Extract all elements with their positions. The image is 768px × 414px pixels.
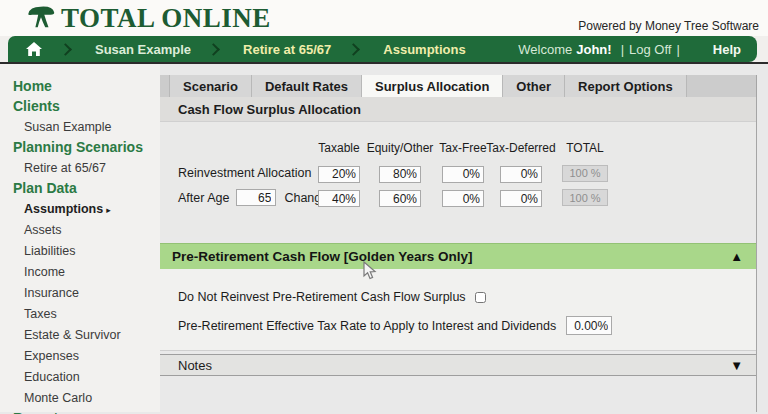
pre-retirement-panel: Do Not Reinvest Pre-Retirement Cash Flow…	[160, 269, 756, 351]
change-tax-deferred-input[interactable]	[500, 190, 542, 207]
column-header-total: TOTAL	[562, 141, 608, 155]
do-not-reinvest-checkbox[interactable]	[475, 292, 486, 303]
tab-scenario[interactable]: Scenario	[169, 75, 252, 97]
after-age-change-row: After Age Change 100 %	[178, 189, 756, 208]
notes-section-header[interactable]: Notes ▼	[160, 354, 756, 376]
help-link[interactable]: Help	[713, 42, 741, 57]
pre-retirement-section-title: Pre-Retirement Cash Flow [Golden Years O…	[172, 249, 730, 264]
reinvestment-allocation-label: Reinvestment Allocation	[178, 166, 318, 180]
change-tax-free-input[interactable]	[442, 190, 484, 207]
submenu-arrow-icon: ▸	[106, 205, 111, 215]
after-age-input[interactable]	[236, 189, 276, 206]
sidebar-item-planning-scenarios[interactable]: Planning Scenarios	[0, 137, 160, 157]
main-content: Scenario Default Rates Surplus Allocatio…	[160, 64, 768, 412]
tab-report-options[interactable]: Report Options	[565, 75, 687, 97]
change-taxable-input[interactable]	[318, 190, 360, 207]
tree-logo-icon	[26, 3, 56, 34]
reinvest-tax-deferred-input[interactable]	[500, 166, 542, 183]
tab-other[interactable]: Other	[503, 75, 565, 97]
do-not-reinvest-row: Do Not Reinvest Pre-Retirement Cash Flow…	[178, 290, 756, 304]
sidebar-item-education[interactable]: Education	[0, 366, 160, 387]
expand-down-icon[interactable]: ▼	[730, 359, 743, 372]
effective-tax-rate-input[interactable]	[566, 316, 612, 335]
sidebar-item-home[interactable]: Home	[0, 76, 160, 96]
separator: |	[621, 42, 624, 57]
effective-tax-rate-label: Pre-Retirement Effective Tax Rate to App…	[178, 319, 556, 333]
reinvest-taxable-input[interactable]	[318, 166, 360, 183]
app-logo: TOTAL ONLINE	[26, 3, 271, 34]
sidebar: Home Clients Susan Example Planning Scen…	[0, 64, 160, 412]
change-total-readout: 100 %	[562, 189, 608, 206]
breadcrumb-client[interactable]: Susan Example	[79, 42, 207, 57]
section-title: Cash Flow Surplus Allocation	[160, 97, 756, 122]
allocation-header-row: Taxable Equity/Other Tax-Free Tax-Deferr…	[178, 141, 756, 155]
reinvestment-allocation-row: Reinvestment Allocation 100 %	[178, 164, 756, 183]
do-not-reinvest-label: Do Not Reinvest Pre-Retirement Cash Flow…	[178, 290, 466, 304]
breadcrumb-page[interactable]: Assumptions	[367, 42, 481, 57]
reinvest-equity-other-input[interactable]	[379, 166, 421, 183]
top-header: TOTAL ONLINE Powered by Money Tree Softw…	[0, 0, 768, 36]
sidebar-item-reports[interactable]: Reports	[0, 408, 160, 414]
column-header-tax-deferred: Tax-Deferred	[500, 141, 542, 155]
allocation-section: Taxable Equity/Other Tax-Free Tax-Deferr…	[160, 122, 756, 237]
column-header-tax-free: Tax-Free	[442, 141, 484, 155]
app-title: TOTAL ONLINE	[61, 5, 271, 32]
sidebar-item-assumptions-label: Assumptions	[24, 202, 103, 216]
sidebar-item-expenses[interactable]: Expenses	[0, 345, 160, 366]
sidebar-item-retire-at-65-67[interactable]: Retire at 65/67	[0, 157, 160, 178]
tab-default-rates[interactable]: Default Rates	[252, 75, 362, 97]
sidebar-item-insurance[interactable]: Insurance	[0, 282, 160, 303]
sidebar-item-monte-carlo[interactable]: Monte Carlo	[0, 387, 160, 408]
reinvest-total-readout: 100 %	[562, 165, 608, 182]
sidebar-item-susan-example[interactable]: Susan Example	[0, 116, 160, 137]
breadcrumb-chevron-icon	[347, 43, 360, 56]
breadcrumb-chevron-icon	[59, 43, 72, 56]
column-header-taxable: Taxable	[318, 141, 360, 155]
home-breadcrumb-button[interactable]	[8, 41, 59, 57]
sidebar-item-taxes[interactable]: Taxes	[0, 303, 160, 324]
sidebar-item-estate-survivor[interactable]: Estate & Survivor	[0, 324, 160, 345]
after-age-label: After Age	[178, 191, 229, 205]
reinvest-tax-free-input[interactable]	[442, 166, 484, 183]
breadcrumb-row: Susan Example Retire at 65/67 Assumption…	[0, 36, 768, 64]
home-icon	[25, 41, 43, 57]
effective-tax-rate-row: Pre-Retirement Effective Tax Rate to App…	[178, 316, 756, 335]
notes-title: Notes	[178, 358, 730, 373]
change-equity-other-input[interactable]	[379, 190, 421, 207]
powered-by-text: Powered by Money Tree Software	[578, 19, 759, 33]
welcome-area: Welcome John! | Log Off | Help	[518, 42, 757, 57]
column-header-equity-other: Equity/Other	[379, 141, 421, 155]
pre-retirement-section-header[interactable]: Pre-Retirement Cash Flow [Golden Years O…	[160, 243, 756, 269]
sidebar-item-assumptions[interactable]: Assumptions▸	[0, 198, 160, 219]
sidebar-item-clients[interactable]: Clients	[0, 96, 160, 116]
log-off-link[interactable]: Log Off	[629, 42, 671, 57]
breadcrumb: Susan Example Retire at 65/67 Assumption…	[8, 36, 757, 62]
breadcrumb-chevron-icon	[207, 43, 220, 56]
welcome-text: Welcome	[518, 42, 572, 57]
sidebar-item-assets[interactable]: Assets	[0, 219, 160, 240]
separator: |	[676, 42, 679, 57]
user-name: John!	[576, 42, 611, 57]
sidebar-item-income[interactable]: Income	[0, 261, 160, 282]
content-panel: Scenario Default Rates Surplus Allocatio…	[160, 75, 757, 412]
tab-surplus-allocation[interactable]: Surplus Allocation	[362, 75, 503, 97]
sidebar-item-plan-data[interactable]: Plan Data	[0, 178, 160, 198]
tab-bar: Scenario Default Rates Surplus Allocatio…	[160, 75, 756, 97]
breadcrumb-scenario[interactable]: Retire at 65/67	[227, 42, 347, 57]
collapse-up-icon[interactable]: ▲	[730, 250, 743, 263]
sidebar-item-liabilities[interactable]: Liabilities	[0, 240, 160, 261]
